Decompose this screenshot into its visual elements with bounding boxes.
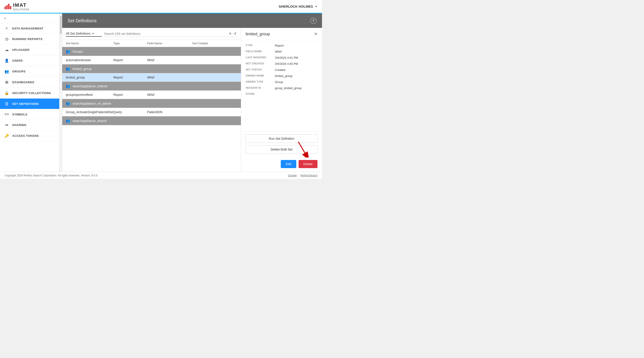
cell-field-name: NRef	[147, 58, 192, 62]
footer-links: Google PerfectSearch	[288, 174, 318, 177]
app-footer: Copyright 2024 Perfect Search Corporatio…	[0, 172, 322, 179]
table-row[interactable]: 👥 searchappliance_search	[62, 116, 241, 125]
cell-set-name: automationtestset	[66, 58, 113, 62]
table-row[interactable]: 👥 limited_group	[62, 64, 241, 73]
cell-type: Report	[113, 93, 147, 97]
page-title: Set Definitions	[68, 18, 97, 23]
delete-button[interactable]: Delete	[298, 160, 318, 168]
user-name: SHERLOCK HOLMES	[279, 4, 313, 8]
table-row[interactable]: 👥 searchappliance_indexer	[62, 82, 241, 91]
detail-field-store: STORE	[246, 92, 318, 95]
table-area: All Set Definitions ▼ ✕ ↺ Set Name Type …	[62, 28, 322, 172]
sidebar-nav: ≡ DATA MANAGEMENT ◷ RUNNING REPORTS ☁ UP…	[0, 23, 62, 172]
copyright-text: Copyright 2024 Perfect Search Corporatio…	[4, 174, 97, 177]
app-header: IMAT SOLUTIONS SHERLOCK HOLMES ▼	[0, 0, 322, 13]
cell-type: Query	[113, 110, 147, 114]
field-value-set-created: 3/4/2024 4:40 PM	[275, 62, 318, 65]
sidebar-item-label: RUNNING REPORTS	[12, 37, 42, 41]
field-label-owner-type: OWNER TYPE	[246, 80, 275, 83]
detail-title: limited_group	[246, 32, 270, 36]
help-button[interactable]: ?	[310, 17, 316, 24]
sidebar-item-set-definitions[interactable]: {} SET DEFINITIONS	[0, 99, 62, 109]
sidebar-collapse-button[interactable]: ‹	[0, 13, 62, 23]
collapse-icon: ‹	[4, 16, 6, 20]
detail-fields: TYPE Report FIELD NAME NRef LAST MODIFIE…	[241, 40, 322, 131]
sidebar-item-label: DASHBOARDS	[12, 81, 34, 84]
users-icon: 👤	[4, 58, 9, 63]
group-name: Group1	[72, 50, 83, 53]
logo-bar-1	[4, 6, 6, 9]
field-label-type: TYPE	[246, 44, 275, 47]
search-refresh-icon[interactable]: ↺	[232, 31, 237, 36]
table-row[interactable]: 👥 searchappliance_roi_admin	[62, 99, 241, 108]
sidebar-item-groups[interactable]: 👥 GROUPS	[0, 66, 62, 77]
group-name: searchappliance_search	[72, 119, 107, 123]
cell-set-name: limited_group	[66, 76, 113, 79]
cell-field-name: NRef	[147, 76, 192, 79]
footer-link-google[interactable]: Google	[288, 174, 297, 177]
field-label-session-id: SESSION ID	[246, 86, 275, 89]
search-clear-icon[interactable]: ✕	[228, 31, 232, 36]
sidebar-scrollbar[interactable]	[59, 13, 62, 172]
access-tokens-icon: 🔑	[4, 134, 9, 138]
data-management-icon: ≡	[4, 26, 9, 30]
col-header-set-name: Set Name	[66, 42, 113, 45]
detail-field-set-status: SET STATUS Created	[246, 68, 318, 72]
detail-field-owner-type: OWNER TYPE Group	[246, 80, 318, 84]
field-value-session-id: group_limited_group	[275, 86, 318, 90]
sidebar-item-label: SET DEFINITIONS	[12, 102, 39, 106]
sidebar-item-symbols[interactable]: <> SYMBOLS	[0, 109, 62, 120]
table-row[interactable]: 👥 Group1	[62, 47, 241, 56]
search-input[interactable]	[104, 32, 228, 35]
sidebar-item-security-collections[interactable]: 🔒 SECURITY COLLECTIONS	[0, 88, 62, 99]
table-row[interactable]: automationtestset Report NRef	[62, 56, 241, 64]
sidebar-item-dashboards[interactable]: ⊞ DASHBOARDS	[0, 77, 62, 88]
group-name: limited_group	[72, 67, 92, 71]
edit-button[interactable]: Edit	[281, 160, 296, 168]
detail-field-last-modified: LAST MODIFIED 3/4/2024 4:41 PM	[246, 56, 318, 59]
logo-bar-3	[8, 4, 10, 9]
user-menu[interactable]: SHERLOCK HOLMES ▼	[279, 4, 318, 8]
filter-chevron-icon: ▼	[92, 32, 94, 35]
arrow-indicator	[294, 142, 310, 158]
field-label-set-status: SET STATUS	[246, 68, 275, 71]
detail-header: limited_group ✕	[241, 28, 322, 40]
group-icon: 👥	[66, 49, 70, 54]
sidebar-item-access-tokens[interactable]: 🔑 ACCESS TOKENS	[0, 131, 62, 141]
sidebar-item-running-reports[interactable]: ◷ RUNNING REPORTS	[0, 34, 62, 44]
logo-sub-text: SOLUTIONS	[13, 8, 30, 11]
group-icon: 👥	[66, 67, 70, 71]
cell-field-name: NRef	[147, 93, 192, 97]
cell-set-name: Group_ActivateSinglePatientidSet	[66, 110, 113, 114]
filter-dropdown[interactable]: All Set Definitions ▼	[66, 31, 102, 37]
detail-field-field-name: FIELD NAME NRef	[246, 50, 318, 53]
sidebar-scroll-thumb	[60, 16, 62, 34]
detail-footer: Edit Delete	[241, 156, 322, 172]
sidebar-item-users[interactable]: 👤 USERS	[0, 55, 62, 66]
logo-bar-2	[6, 5, 8, 9]
footer-link-perfectsearch[interactable]: PerfectSearch	[300, 174, 318, 177]
sidebar: ‹ ≡ DATA MANAGEMENT ◷ RUNNING REPORTS ☁ …	[0, 13, 62, 172]
uploader-icon: ☁	[4, 48, 9, 52]
table-header: Set Name Type Field Name Set Created	[62, 40, 241, 47]
table-row[interactable]: Group_ActivateSinglePatientidSet Query P…	[62, 108, 241, 116]
detail-close-button[interactable]: ✕	[314, 31, 318, 36]
group-name: searchappliance_indexer	[72, 84, 108, 88]
field-label-field-name: FIELD NAME	[246, 50, 275, 53]
sidebar-item-uploader[interactable]: ☁ UPLOADER	[0, 44, 62, 55]
main-layout: ‹ ≡ DATA MANAGEMENT ◷ RUNNING REPORTS ☁ …	[0, 13, 322, 172]
sidebar-item-sharing[interactable]: ⇔ SHARING	[0, 120, 62, 131]
main-content: Set Definitions ? All Set Definitions ▼ …	[62, 13, 322, 172]
table-body: 👥 Group1 automationtestset Report NRef 👥…	[62, 47, 241, 172]
field-label-owner-name: OWNER NAME	[246, 74, 275, 77]
table-row[interactable]: limited_group Report NRef	[62, 73, 241, 82]
svg-line-1	[298, 142, 306, 155]
table-row[interactable]: groupreportnreftest Report NRef	[62, 91, 241, 99]
field-value-field-name: NRef	[275, 50, 318, 53]
detail-field-session-id: SESSION ID group_limited_group	[246, 86, 318, 90]
cell-type: Report	[113, 76, 147, 79]
field-label-set-created: SET CREATED	[246, 62, 275, 65]
sidebar-item-label: GROUPS	[12, 70, 26, 73]
group-icon: 👥	[66, 119, 70, 123]
sidebar-item-data-management[interactable]: ≡ DATA MANAGEMENT	[0, 23, 62, 34]
